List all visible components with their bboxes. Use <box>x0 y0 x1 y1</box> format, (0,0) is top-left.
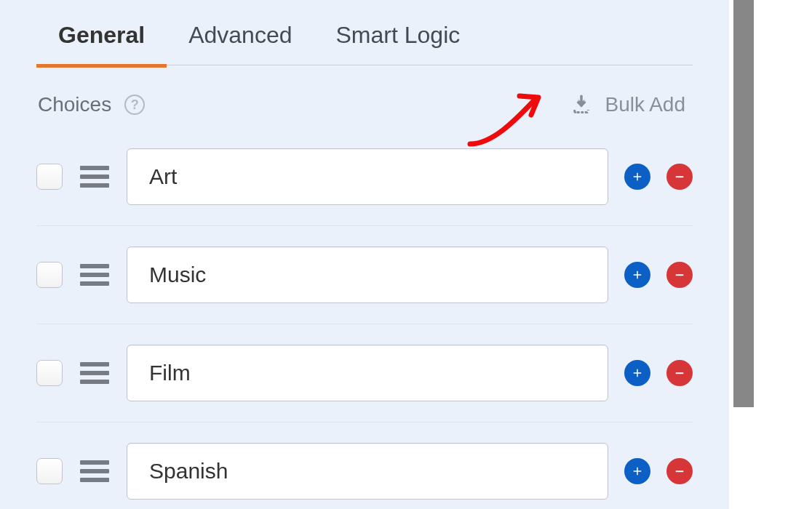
remove-choice-button[interactable] <box>666 458 693 484</box>
plus-icon <box>631 465 644 478</box>
choice-default-checkbox[interactable] <box>36 262 63 288</box>
plus-icon <box>631 366 644 380</box>
choice-default-checkbox[interactable] <box>36 360 63 386</box>
drag-handle-icon[interactable] <box>79 262 111 287</box>
download-icon <box>571 95 592 115</box>
minus-icon <box>673 170 686 183</box>
add-choice-button[interactable] <box>624 262 650 288</box>
remove-choice-button[interactable] <box>666 262 693 288</box>
drag-handle-icon[interactable] <box>79 164 111 189</box>
choice-row <box>36 226 693 324</box>
bulk-add-button[interactable]: Bulk Add <box>571 93 685 116</box>
choice-default-checkbox[interactable] <box>36 164 63 190</box>
drag-handle-icon[interactable] <box>79 459 111 484</box>
right-edge <box>729 0 812 509</box>
drag-handle-icon[interactable] <box>79 361 111 385</box>
choice-row <box>36 324 693 422</box>
tabs: General Advanced Smart Logic <box>36 0 693 65</box>
remove-choice-button[interactable] <box>666 164 693 190</box>
add-choice-button[interactable] <box>624 458 650 484</box>
choice-input[interactable] <box>127 443 608 500</box>
svg-rect-6 <box>676 176 684 177</box>
svg-rect-8 <box>676 372 684 374</box>
minus-icon <box>673 366 686 380</box>
svg-point-4 <box>585 111 587 113</box>
svg-rect-7 <box>676 274 684 276</box>
plus-icon <box>631 268 644 281</box>
scrollbar-thumb[interactable] <box>733 0 754 407</box>
choices-label: Choices <box>38 93 111 116</box>
tab-general[interactable]: General <box>58 22 145 52</box>
svg-point-1 <box>575 111 577 113</box>
choice-default-checkbox[interactable] <box>36 458 63 484</box>
svg-point-2 <box>578 111 581 113</box>
settings-panel: General Advanced Smart Logic Choices ? <box>0 0 729 509</box>
add-choice-button[interactable] <box>624 164 650 190</box>
add-choice-button[interactable] <box>624 360 650 386</box>
choice-row <box>36 128 693 226</box>
choice-input[interactable] <box>127 148 608 205</box>
bulk-add-label: Bulk Add <box>605 93 685 116</box>
minus-icon <box>673 268 686 281</box>
help-icon[interactable]: ? <box>124 95 145 115</box>
minus-icon <box>673 465 686 478</box>
choice-input[interactable] <box>127 345 608 401</box>
choices-header: Choices ? Bulk Add <box>36 93 693 128</box>
tab-advanced[interactable]: Advanced <box>188 22 292 52</box>
svg-point-3 <box>581 111 584 113</box>
plus-icon <box>631 170 644 183</box>
tab-smart-logic[interactable]: Smart Logic <box>336 22 461 52</box>
remove-choice-button[interactable] <box>666 360 693 386</box>
page-background <box>754 0 812 509</box>
choice-row <box>36 422 693 509</box>
choice-input[interactable] <box>127 247 608 303</box>
svg-rect-9 <box>676 470 684 472</box>
